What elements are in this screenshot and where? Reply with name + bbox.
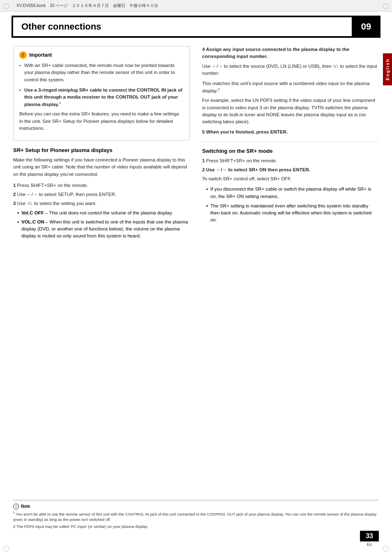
switching-bullet-2: • The SR+ setting is maintained even aft… [202, 203, 379, 224]
section4-para1: This matches this unit's input source wi… [202, 80, 379, 94]
sr-setup-heading: SR+ Setup for Pioneer plasma displays [13, 147, 190, 153]
sr-step-1: 1 Press SHIFT+SR+ on the remote. [13, 182, 190, 189]
switching-sr-heading: Switching on the SR+ mode [202, 148, 379, 154]
note-header: i Note [13, 504, 379, 509]
page-number-area: 33 En [360, 531, 379, 547]
section4-heading: 4 Assign any input source connected to t… [202, 46, 379, 60]
file-info-bar: XV-DV656.book 33 ページ ２０１６年４月７日 金曜日 午後６時４… [0, 0, 392, 12]
page-lang: En [367, 542, 372, 547]
title-section: Other connections 09 [12, 16, 380, 38]
english-language-tab: English [383, 53, 392, 85]
sr-setup-intro: Make the following settings if you have … [13, 157, 190, 178]
volc-off-bullet: • Vol.C OFF – This unit does not control… [13, 210, 190, 216]
warning-icon: ! [19, 51, 27, 59]
switching-sr-section: Switching on the SR+ mode 1 Press SHIFT+… [202, 142, 379, 224]
section4-para2: For example, select the LN PDP3 setting … [202, 97, 379, 125]
switching-step-1: 1 Press SHIFT+SR+ on the remote. [202, 157, 379, 164]
footer-section: i Note 1 You won't be able to use the re… [13, 500, 379, 532]
right-column: 4 Assign any input source connected to t… [202, 46, 379, 242]
note-text-2: 2 The PDP5 input may be called 'PC Input… [13, 524, 379, 529]
footnote-2: 2 [218, 88, 219, 91]
note-box: i Note 1 You won't be able to use the re… [13, 500, 379, 529]
sr-step-2: 2 Use ←/→ to select SETUP, then press EN… [13, 191, 190, 198]
important-bullet-2-bold: Use a 3-ringed miniplug SR+ cable to con… [24, 88, 182, 107]
sr-setup-section: SR+ Setup for Pioneer plasma displays Ma… [13, 147, 190, 240]
switching-switch-off: To switch SR+ control off, select SR+ OF… [202, 175, 379, 182]
note-label: Note [21, 504, 30, 509]
important-para: Before you can use the extra SR+ feature… [19, 111, 184, 132]
file-info-text: XV-DV656.book 33 ページ ２０１６年４月７日 金曜日 午後６時４… [16, 3, 158, 9]
section4-step-text: Use ←/→ to select the source (DVD, LN (L… [202, 63, 379, 77]
corner-mark-br [383, 546, 389, 552]
switching-bullet-1: • If you disconnect the SR+ cable or swi… [202, 186, 379, 200]
important-bullet-2: Use a 3-ringed miniplug SR+ cable to con… [19, 87, 184, 108]
section4-step5: 5 When you're finished, press ENTER. [202, 129, 379, 136]
corner-mark-tr [383, 3, 389, 9]
page-number-badge: 33 [360, 531, 379, 541]
important-box: ! Important With an SR+ cable connected,… [13, 46, 190, 140]
left-column: ! Important With an SR+ cable connected,… [13, 46, 190, 242]
sr-step-3: 3 Use ↑/↓ to select the setting you want… [13, 200, 190, 207]
switching-step-2: 2 Use ←/→ to select SR+ ON then press EN… [202, 166, 379, 173]
corner-mark-bl [3, 546, 9, 552]
section-4: 4 Assign any input source connected to t… [202, 46, 379, 136]
title-box: Other connections [12, 16, 352, 37]
important-header: ! Important [19, 51, 184, 59]
note-icon: i [13, 504, 19, 509]
important-bullet-list: With an SR+ cable connected, the remote … [19, 62, 184, 108]
note-text-1: 1 You won't be able to use the remote se… [13, 511, 379, 523]
important-label: Important [29, 52, 52, 58]
important-bullet-1: With an SR+ cable connected, the remote … [19, 62, 184, 83]
main-content: ! Important With an SR+ cable connected,… [0, 38, 392, 250]
corner-mark-tl [3, 3, 9, 9]
chapter-badge: 09 [352, 16, 380, 37]
volc-on-bullet: • VOL.C ON – When this unit is switched … [13, 219, 190, 240]
page-title: Other connections [21, 21, 101, 32]
footnote-1: 1 [59, 101, 61, 105]
